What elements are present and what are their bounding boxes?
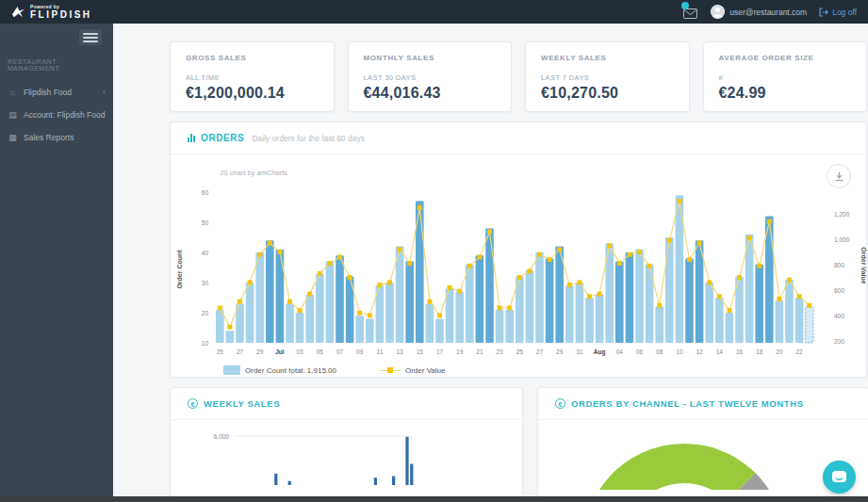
svg-text:800: 800 [834, 262, 844, 268]
stats-row: GROSS SALES ALL TIME €1,200,000.14 MONTH… [170, 41, 867, 112]
user-menu[interactable]: user@restaurant.com [711, 5, 807, 19]
svg-text:60: 60 [202, 189, 209, 196]
weekly-chart-svg[interactable]: 6,000 [171, 422, 522, 491]
calendar-icon: ▦ [8, 133, 18, 142]
svg-text:05: 05 [317, 348, 324, 355]
bar-chart-icon [188, 134, 195, 142]
stat-subtitle: # [719, 73, 852, 82]
svg-text:09: 09 [356, 348, 364, 355]
stat-value: €1,200,000.14 [186, 85, 319, 102]
stat-subtitle: LAST 7 DAYS [541, 73, 674, 82]
flipdish-bird-icon [11, 5, 25, 19]
svg-text:20: 20 [202, 310, 209, 316]
svg-text:1,200: 1,200 [834, 211, 850, 218]
stat-title: GROSS SALES [186, 54, 319, 62]
svg-text:07: 07 [336, 348, 344, 355]
sidebar-item-account[interactable]: ▤ Account: Flipdish Food [0, 104, 113, 126]
legend-order-count[interactable]: Order Count total: 1,915.00 [223, 365, 336, 375]
logoff-label: Log off [832, 8, 857, 17]
sidebar-item-label: Flipdish Food [24, 88, 72, 97]
svg-text:29: 29 [556, 348, 564, 355]
orders-legend: Order Count total: 1,915.00 Order Value [171, 362, 866, 375]
svg-text:30: 30 [202, 280, 209, 286]
svg-text:JS chart by amCharts: JS chart by amCharts [220, 169, 287, 177]
svg-text:200: 200 [834, 338, 844, 345]
stat-card-weekly-sales: WEEKLY SALES LAST 7 DAYS €10,270.50 [525, 41, 690, 112]
channels-donut-svg[interactable] [538, 422, 868, 490]
svg-text:6,000: 6,000 [214, 433, 230, 440]
stat-card-monthly-sales: MONTHLY SALES LAST 30 DAYS €44,016.43 [348, 41, 513, 112]
chart-download-button[interactable] [827, 164, 851, 188]
svg-text:10: 10 [202, 340, 209, 347]
avatar [711, 5, 725, 19]
chat-widget-button[interactable] [823, 461, 856, 494]
sidebar-item-label: Sales Reports [24, 133, 74, 142]
svg-text:29: 29 [256, 348, 264, 355]
legend-line-swatch [380, 366, 401, 375]
stat-title: AVERAGE ORDER SIZE [719, 54, 852, 62]
weekly-sales-title: WEEKLY SALES [204, 398, 280, 409]
sidebar-item-flipdish-food[interactable]: ⌂ Flipdish Food ‹ [0, 81, 113, 104]
svg-text:23: 23 [496, 348, 503, 355]
legend-order-value[interactable]: Order Value [380, 366, 446, 375]
svg-text:19: 19 [456, 348, 464, 355]
powered-by-label: Powered by [30, 5, 92, 9]
svg-text:27: 27 [237, 348, 244, 355]
envelope-icon [683, 8, 697, 19]
orders-panel-title: ORDERS [201, 133, 244, 143]
svg-text:18: 18 [756, 348, 763, 355]
svg-text:21: 21 [476, 348, 483, 355]
svg-text:40: 40 [202, 250, 209, 256]
orders-panel: ORDERS Daily orders for the last 60 days… [170, 121, 867, 378]
svg-text:Order Value: Order Value [860, 247, 867, 283]
stat-value: €44,016.43 [364, 85, 497, 102]
orders-by-channel-header: € ORDERS BY CHANNEL - LAST TWELVE MONTHS [538, 388, 868, 420]
svg-text:22: 22 [795, 348, 803, 355]
stat-title: WEEKLY SALES [541, 54, 674, 62]
download-icon [834, 171, 844, 182]
orders-panel-subtitle: Daily orders for the last 60 days [252, 134, 365, 143]
stat-card-gross-sales: GROSS SALES ALL TIME €1,200,000.14 [170, 41, 335, 112]
sidebar-item-sales-reports[interactable]: ▦ Sales Reports [0, 126, 113, 149]
home-icon: ⌂ [8, 88, 18, 97]
orders-chart-svg[interactable]: 1020304050602004006008001,0001,200252729… [171, 154, 868, 358]
svg-text:12: 12 [696, 348, 703, 355]
stat-title: MONTHLY SALES [364, 54, 497, 62]
circled-euro-icon: € [555, 398, 565, 409]
svg-text:11: 11 [377, 348, 384, 355]
chevron-icon: ‹ [103, 88, 106, 97]
legend-label: Order Count total: 1,915.00 [245, 366, 336, 375]
svg-text:20: 20 [776, 348, 783, 355]
circled-euro-icon: € [188, 398, 198, 409]
logoff-button[interactable]: Log off [819, 8, 857, 17]
stat-card-average-order-size: AVERAGE ORDER SIZE # €24.99 [703, 41, 868, 112]
svg-text:03: 03 [296, 348, 303, 355]
orders-panel-header: ORDERS Daily orders for the last 60 days [171, 122, 866, 154]
orders-by-channel-panel: € ORDERS BY CHANNEL - LAST TWELVE MONTHS [537, 387, 868, 502]
svg-text:31: 31 [576, 348, 583, 355]
stat-subtitle: LAST 30 DAYS [364, 73, 497, 82]
svg-text:25: 25 [217, 348, 224, 355]
account-card-icon: ▤ [8, 110, 18, 120]
svg-text:17: 17 [436, 348, 444, 355]
svg-text:06: 06 [636, 348, 644, 355]
svg-text:Order Count: Order Count [176, 250, 183, 289]
logoff-icon [819, 8, 828, 17]
main-content: GROSS SALES ALL TIME €1,200,000.14 MONTH… [113, 24, 868, 502]
svg-text:10: 10 [676, 348, 683, 355]
sidebar-section-label: RESTAURANT MANAGEMENT [0, 57, 113, 81]
brand-logo[interactable]: Powered by FLIPDISH [11, 5, 92, 20]
svg-text:50: 50 [202, 219, 209, 226]
hamburger-menu-button[interactable] [79, 29, 102, 45]
svg-text:600: 600 [834, 287, 844, 294]
sidebar: RESTAURANT MANAGEMENT ⌂ Flipdish Food ‹ … [0, 24, 113, 502]
svg-text:Aug: Aug [594, 348, 606, 356]
sidebar-item-label: Account: Flipdish Food [24, 110, 105, 120]
topbar: Powered by FLIPDISH user@restaurant.com [0, 0, 868, 24]
legend-label: Order Value [405, 366, 446, 375]
svg-text:400: 400 [834, 313, 844, 319]
messages-button[interactable] [683, 6, 698, 18]
svg-text:15: 15 [417, 348, 424, 355]
svg-text:1,000: 1,000 [834, 236, 850, 243]
weekly-sales-panel: € WEEKLY SALES 6,000 [170, 387, 523, 502]
